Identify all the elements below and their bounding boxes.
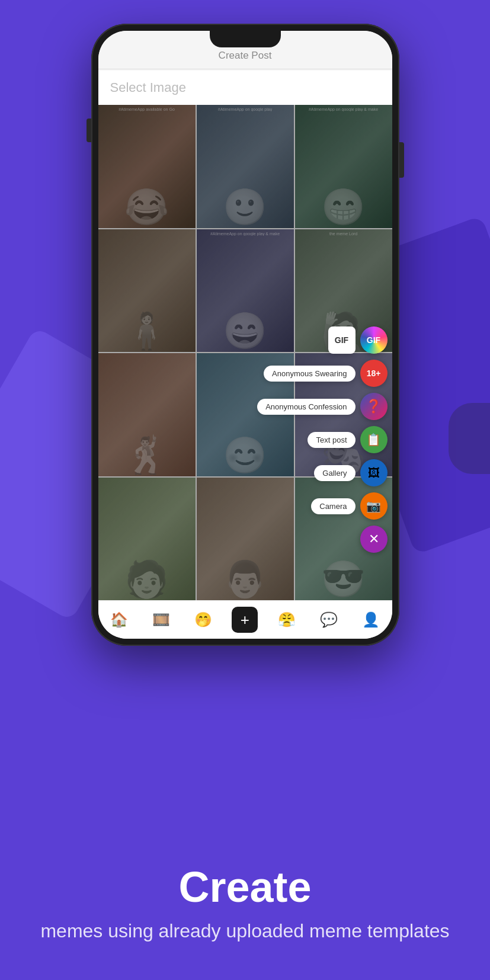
fab-item-swearing[interactable]: Anonymous Swearing 18+: [264, 360, 387, 387]
phone-notch: [210, 31, 281, 47]
fab-item-gallery[interactable]: Gallery 🖼: [314, 459, 387, 486]
camera-icon-text: 📷: [366, 499, 381, 513]
select-image-label: Select Image: [110, 80, 186, 95]
close-icon: ✕: [369, 531, 379, 547]
gif-nav-icon: 🎞️: [152, 611, 170, 628]
bottom-text-section: Create memes using already uploaded meme…: [0, 842, 490, 980]
emoji-icon: 🤭: [194, 611, 212, 628]
gif-icon-text: GIF: [367, 335, 380, 345]
confession-icon: ❓: [360, 393, 387, 420]
home-icon: 🏠: [110, 611, 128, 628]
nav-item-message[interactable]: 💬: [311, 605, 347, 635]
gallery-icon-text: 🖼: [368, 466, 380, 480]
nav-item-angry[interactable]: 😤: [269, 605, 305, 635]
profile-icon: 👤: [362, 611, 380, 628]
add-button[interactable]: +: [232, 607, 258, 633]
create-headline: Create: [36, 866, 454, 908]
create-post-title: Create Post: [219, 50, 272, 61]
bottom-navigation: 🏠 🎞️ 🤭 + 😤: [98, 600, 392, 639]
fab-item-gif[interactable]: GIF GIF: [328, 326, 387, 354]
select-image-bar[interactable]: Select Image: [98, 71, 392, 105]
nav-item-emoji[interactable]: 🤭: [185, 605, 221, 635]
camera-label: Camera: [311, 498, 355, 514]
add-icon: +: [241, 611, 249, 629]
gif-icon: GIF: [360, 326, 387, 354]
image-grid: #AtimemeApp available on Go 😂 #AtimemeAp…: [98, 105, 392, 600]
phone-body: Create Post Select Image #AtimemeApp ava…: [91, 24, 399, 646]
phone-mockup: Create Post Select Image #AtimemeApp ava…: [91, 24, 399, 675]
nav-item-gif[interactable]: 🎞️: [143, 605, 179, 635]
fab-menu: GIF GIF Anonymous Swearing 18+: [257, 326, 387, 553]
side-decoration: [449, 403, 490, 474]
message-icon: 💬: [320, 611, 338, 628]
nav-item-add[interactable]: +: [227, 605, 262, 635]
phone-screen: Create Post Select Image #AtimemeApp ava…: [98, 31, 392, 639]
nav-item-home[interactable]: 🏠: [101, 605, 137, 635]
gallery-label: Gallery: [314, 465, 355, 481]
camera-icon: 📷: [360, 492, 387, 520]
create-subtitle: memes using already uploaded meme templa…: [36, 918, 454, 944]
textpost-icon-text: 📋: [366, 433, 381, 447]
swearing-label: Anonymous Swearing: [264, 366, 355, 382]
fab-item-textpost[interactable]: Text post 📋: [308, 426, 387, 453]
textpost-label: Text post: [308, 432, 355, 448]
angry-icon: 😤: [278, 611, 296, 628]
confession-icon-text: ❓: [366, 399, 382, 414]
gallery-icon: 🖼: [360, 459, 387, 486]
fab-item-confession[interactable]: Anonymous Confession ❓: [257, 393, 387, 420]
textpost-icon: 📋: [360, 426, 387, 453]
swearing-icon: 18+: [360, 360, 387, 387]
fab-close-button[interactable]: ✕: [360, 526, 387, 553]
nav-item-profile[interactable]: 👤: [353, 605, 389, 635]
confession-label: Anonymous Confession: [257, 399, 355, 415]
swearing-icon-text: 18+: [367, 369, 381, 378]
app-content: Create Post Select Image #AtimemeApp ava…: [98, 31, 392, 639]
fab-item-camera[interactable]: Camera 📷: [311, 492, 387, 520]
gif-label-text: GIF: [335, 335, 348, 345]
gif-label-box: GIF: [328, 326, 356, 354]
